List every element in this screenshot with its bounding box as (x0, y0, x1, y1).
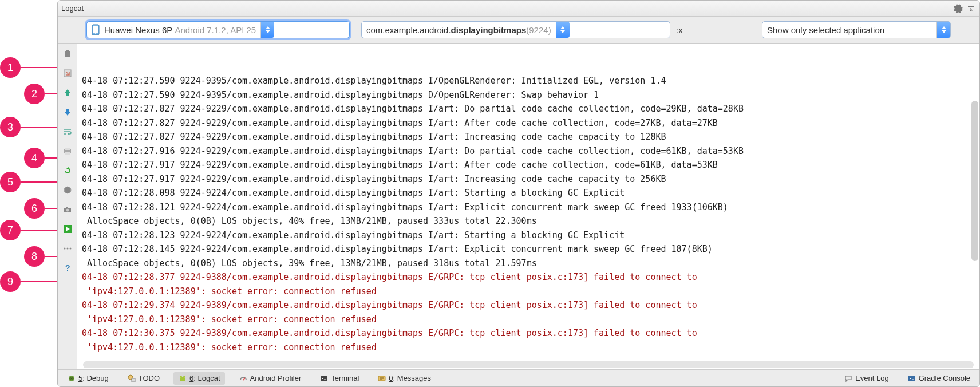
callout-bubble: 4 (24, 148, 45, 168)
gradle-icon (907, 374, 916, 383)
callout-1: 1 (0, 57, 57, 78)
svg-rect-19 (132, 378, 135, 382)
filter-bar: Huawei Nexus 6P Android 7.1.2, API 25 co… (58, 17, 979, 43)
log-line: 04-18 07:12:27.827 9224-9229/com.example… (82, 102, 975, 116)
log-line: 04-18 07:12:28.123 9224-9224/com.example… (82, 228, 975, 243)
svg-point-15 (69, 248, 71, 250)
svg-rect-10 (66, 207, 68, 208)
process-selector[interactable]: com.example.android.displayingbitmaps (9… (361, 21, 670, 38)
log-line: 04-18 07:12:27.590 9224-9395/com.example… (82, 74, 975, 88)
callout-6: 6 (24, 198, 57, 219)
bug-icon (67, 374, 76, 383)
chevron-updown-icon[interactable] (556, 22, 570, 38)
svg-point-14 (66, 248, 68, 250)
phone-icon (92, 24, 101, 35)
callout-2: 2 (24, 84, 57, 104)
process-name: displayingbitmaps (451, 25, 527, 35)
svg-rect-24 (321, 376, 327, 381)
svg-text:?: ? (65, 263, 70, 273)
log-output[interactable]: 04-18 07:12:27.590 9224-9395/com.example… (77, 44, 979, 369)
device-os: Android 7.1.2, API 25 (175, 25, 256, 35)
restart-button[interactable] (61, 164, 74, 177)
svg-point-2 (95, 33, 96, 34)
device-selector[interactable]: Huawei Nexus 6P Android 7.1.2, API 25 (86, 21, 350, 38)
gauge-icon (239, 374, 248, 383)
svg-line-23 (243, 378, 245, 380)
svg-rect-29 (908, 376, 915, 381)
todo-icon (127, 374, 136, 383)
tab-logcat[interactable]: 6: Logcat (173, 372, 225, 385)
tab-debug[interactable]: 5: Debug (62, 372, 113, 385)
titlebar: Logcat (58, 1, 979, 17)
log-line: 04-18 07:12:30.375 9224-9389/com.example… (82, 326, 975, 341)
chevron-updown-icon[interactable] (260, 22, 274, 38)
callout-bubble: 7 (0, 220, 21, 240)
callouts: 123456789 (0, 0, 57, 387)
down-stack-button[interactable] (61, 105, 74, 119)
terminal-icon (319, 374, 329, 383)
log-line: 'ipv4:127.0.0.1:12389': socket error: co… (82, 313, 975, 327)
svg-rect-1 (93, 26, 98, 33)
process-pid: (9224) (526, 25, 551, 35)
tab-eventlog[interactable]: Event Log (839, 372, 894, 385)
callout-7: 7 (0, 220, 57, 240)
callout-bubble: 6 (24, 198, 45, 219)
gear-icon[interactable] (953, 3, 963, 14)
process-prefix: com.example.android. (366, 25, 451, 35)
callout-8: 8 (24, 246, 57, 267)
filter-scope-selector[interactable]: Show only selected application (762, 21, 951, 38)
scroll-to-end-button[interactable] (61, 66, 74, 80)
log-line: 04-18 07:12:28.145 9224-9224/com.example… (82, 242, 975, 256)
tab-terminal[interactable]: Terminal (315, 372, 363, 385)
callout-bubble: 3 (0, 117, 21, 137)
log-line: AllocSpace objects, 0(0B) LOS objects, 4… (82, 214, 975, 228)
callout-bubble: 2 (24, 84, 45, 104)
settings-button[interactable] (61, 183, 74, 197)
hide-icon[interactable] (966, 3, 976, 14)
svg-rect-20 (180, 377, 185, 381)
log-line: AllocSpace objects, 0(0B) LOS objects, 3… (82, 256, 975, 271)
tab-todo[interactable]: TODO (122, 372, 164, 385)
svg-point-9 (66, 209, 69, 212)
callout-bubble: 8 (24, 246, 45, 267)
tab-gradle-console[interactable]: Gradle Console (903, 372, 975, 385)
messages-icon (377, 374, 386, 383)
clear-log-button[interactable] (61, 47, 74, 61)
log-line: 04-18 07:12:27.827 9224-9229/com.example… (82, 116, 975, 131)
log-line: 04-18 07:12:28.377 9224-9388/com.example… (82, 270, 975, 285)
log-line: 04-18 07:12:27.827 9224-9229/com.example… (82, 130, 975, 144)
log-line: 04-18 07:12:28.121 9224-9224/com.example… (82, 200, 975, 215)
callout-bubble: 5 (0, 172, 21, 192)
body: ? 04-18 07:12:27.590 9224-9395/com.examp… (58, 43, 979, 369)
filter-scope-label: Show only selected application (767, 25, 884, 35)
tab-profiler[interactable]: Android Profiler (234, 372, 306, 385)
regex-hint: :x (676, 25, 683, 35)
horizontal-scrollbar[interactable] (83, 361, 974, 368)
print-button[interactable] (61, 144, 74, 158)
log-line: 'ipv4:127.0.0.1:12389': socket error: co… (82, 341, 975, 355)
chevron-updown-icon[interactable] (936, 22, 950, 38)
log-line: 04-18 07:12:29.374 9224-9389/com.example… (82, 298, 975, 313)
speech-icon (844, 374, 853, 383)
log-line: 04-18 07:12:27.917 9224-9229/com.example… (82, 172, 975, 187)
log-line: 04-18 07:12:27.590 9224-9395/com.example… (82, 88, 975, 102)
screenshot-button[interactable] (61, 203, 74, 216)
callout-bubble: 9 (0, 271, 21, 292)
log-line: 04-18 07:12:27.916 9224-9229/com.example… (82, 144, 975, 159)
log-line: 'ipv4:127.0.0.1:12389': socket error: co… (82, 285, 975, 299)
screen-record-button[interactable] (61, 222, 74, 236)
up-stack-button[interactable] (61, 86, 74, 100)
tab-messages[interactable]: 0: Messages (373, 372, 436, 385)
device-name: Huawei Nexus 6P (104, 25, 172, 35)
android-icon (178, 374, 187, 383)
log-line: 04-18 07:12:27.917 9224-9229/com.example… (82, 158, 975, 172)
callout-bubble: 1 (0, 57, 21, 78)
soft-wrap-button[interactable] (61, 125, 74, 139)
callout-9: 9 (0, 271, 57, 292)
more-icon (61, 242, 74, 255)
callout-3: 3 (0, 117, 57, 137)
panel-title: Logcat (61, 4, 84, 13)
callout-4: 4 (24, 148, 57, 168)
vertical-scrollbar[interactable] (971, 101, 978, 261)
help-button[interactable]: ? (61, 261, 74, 275)
